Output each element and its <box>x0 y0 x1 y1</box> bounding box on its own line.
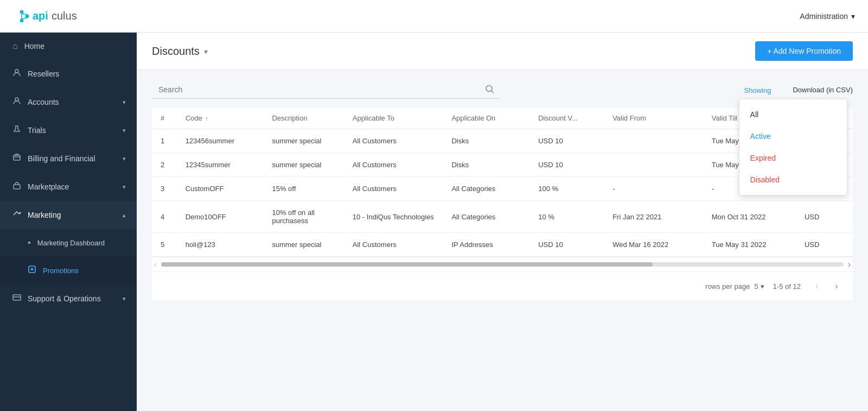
sidebar-item-support[interactable]: Support & Operations ▾ <box>0 284 137 313</box>
cell-description: 10% off on all purchasess <box>263 201 343 233</box>
cell-applicable-on: Disks <box>443 129 529 153</box>
trials-chevron-icon: ▾ <box>123 127 126 134</box>
cell-applicable-on: All Categories <box>443 201 529 233</box>
svg-point-8 <box>15 69 18 73</box>
support-icon <box>12 293 21 304</box>
sidebar-item-home[interactable]: ⌂ Home <box>0 33 137 60</box>
trials-icon <box>12 125 21 136</box>
support-chevron-icon: ▾ <box>123 295 126 302</box>
sidebar-item-promotions[interactable]: Promotions <box>0 256 137 284</box>
sidebar-item-billing[interactable]: Billing and Financial ▾ <box>0 144 137 173</box>
accounts-chevron-icon: ▾ <box>123 99 126 106</box>
svg-point-14 <box>20 212 21 214</box>
col-header-valid-from: Valid From <box>604 108 703 129</box>
svg-rect-18 <box>13 295 21 300</box>
cell-discount: USD 10 <box>529 233 604 257</box>
search-container <box>152 81 499 99</box>
cell-valid-from: Wed Mar 16 2022 <box>604 233 703 257</box>
rows-per-page-label: rows per page <box>705 282 750 290</box>
showing-container: Showing All Active Expired Disabled <box>744 86 771 94</box>
sidebar-item-marketing[interactable]: Marketing ▴ <box>0 201 137 229</box>
sort-icon: ↑ <box>205 115 208 122</box>
cell-valid-from <box>604 153 703 177</box>
cell-applicable-on: All Categories <box>443 177 529 201</box>
topbar: api culus Administration ▾ <box>0 0 868 33</box>
table-row[interactable]: 4 Demo10OFF 10% off on all purchasess 10… <box>152 201 853 233</box>
cell-applicable-to: All Customers <box>344 153 443 177</box>
marketplace-icon <box>12 181 21 192</box>
filter-disabled[interactable]: Disabled <box>739 169 847 191</box>
pagination-nav: ‹ › <box>809 279 844 294</box>
search-icon <box>485 84 495 96</box>
cell-code: CustomOFF <box>177 177 264 201</box>
col-header-discount: Discount V... <box>529 108 604 129</box>
sidebar-item-accounts[interactable]: Accounts ▾ <box>0 88 137 116</box>
download-csv-link[interactable]: Download (in CSV) <box>793 86 853 94</box>
svg-point-1 <box>25 15 29 18</box>
sidebar-item-marketing-dashboard[interactable]: ▪ Marketing Dashboard <box>0 229 137 256</box>
cell-applicable-to: All Customers <box>344 129 443 153</box>
rows-per-page-select[interactable]: 5 ▾ <box>754 282 764 290</box>
svg-point-9 <box>15 98 18 101</box>
col-header-description: Description <box>263 108 343 129</box>
prev-page-button[interactable]: ‹ <box>809 279 825 294</box>
col-header-code[interactable]: Code ↑ <box>177 108 264 129</box>
showing-area: Showing All Active Expired Disabled Down… <box>744 86 853 94</box>
svg-line-21 <box>492 91 494 93</box>
cell-description: 15% off <box>263 177 343 201</box>
cell-valid-till: Mon Oct 31 2022 <box>703 201 796 233</box>
logo[interactable]: api culus <box>13 7 89 26</box>
add-promotion-button[interactable]: + Add New Promotion <box>755 41 853 61</box>
marketing-dashboard-icon: ▪ <box>28 238 31 248</box>
sidebar-item-label: Promotions <box>43 267 79 275</box>
sidebar-item-label: Resellers <box>28 69 59 78</box>
search-input[interactable] <box>152 81 499 99</box>
col-header-applicable-on: Applicable On <box>443 108 529 129</box>
cell-discount: USD 10 <box>529 129 604 153</box>
col-header-num: # <box>152 108 177 129</box>
cell-applicable-to: All Customers <box>344 177 443 201</box>
marketplace-chevron-icon: ▾ <box>123 184 126 191</box>
cell-num: 2 <box>152 153 177 177</box>
svg-text:api: api <box>33 10 48 22</box>
cell-num: 1 <box>152 129 177 153</box>
cell-applicable-on: IP Addresses <box>443 233 529 257</box>
sidebar-item-resellers[interactable]: Resellers <box>0 60 137 88</box>
marketing-chevron-icon: ▴ <box>123 212 126 219</box>
hscrollbar[interactable] <box>161 262 843 267</box>
next-page-button[interactable]: › <box>829 279 844 294</box>
sidebar-item-label: Support & Operations <box>28 294 101 303</box>
table-row[interactable]: 5 holi@123 summer special All Customers … <box>152 233 853 257</box>
cell-description: summer special <box>263 129 343 153</box>
accounts-icon <box>12 97 21 108</box>
cell-applicable-on: Disks <box>443 153 529 177</box>
cell-redeem: USD <box>796 201 853 233</box>
rpp-chevron-icon: ▾ <box>761 282 764 290</box>
resellers-icon <box>12 68 21 79</box>
cell-valid-from: Fri Jan 22 2021 <box>604 201 703 233</box>
svg-rect-11 <box>14 155 20 160</box>
sidebar-item-trials[interactable]: Trials ▾ <box>0 116 137 144</box>
rows-per-page-value: 5 <box>754 282 758 290</box>
promotions-icon <box>28 265 36 276</box>
page-title-area: Discounts ▾ <box>152 45 208 58</box>
sidebar-item-label: Billing and Financial <box>28 154 95 163</box>
filter-all[interactable]: All <box>739 104 847 125</box>
svg-text:culus: culus <box>52 10 77 22</box>
admin-menu[interactable]: Administration ▾ <box>800 12 855 21</box>
cell-code: Demo10OFF <box>177 201 264 233</box>
cell-num: 3 <box>152 177 177 201</box>
filter-active[interactable]: Active <box>739 125 847 147</box>
cell-description: summer special <box>263 233 343 257</box>
admin-label: Administration <box>800 12 848 21</box>
sidebar-item-marketplace[interactable]: Marketplace ▾ <box>0 173 137 201</box>
svg-line-3 <box>22 14 27 15</box>
showing-label[interactable]: Showing <box>744 86 771 94</box>
svg-point-2 <box>20 19 23 22</box>
filter-expired[interactable]: Expired <box>739 147 847 169</box>
page-info: 1-5 of 12 <box>773 282 801 290</box>
filter-dropdown: All Active Expired Disabled <box>739 99 847 195</box>
sidebar: ⌂ Home Resellers Accounts ▾ <box>0 33 137 411</box>
page-title-dropdown-icon[interactable]: ▾ <box>204 47 208 56</box>
cell-valid-from: - <box>604 177 703 201</box>
